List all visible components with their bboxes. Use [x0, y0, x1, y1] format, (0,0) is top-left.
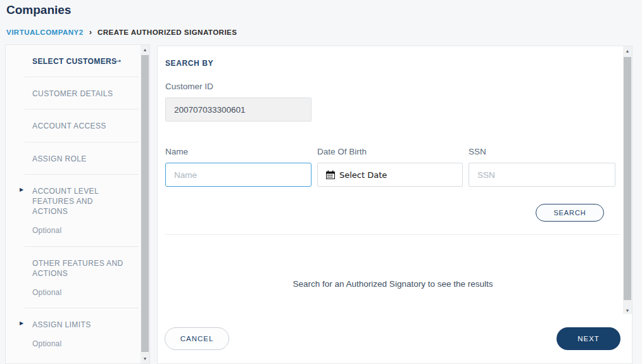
sidebar-scrollbar[interactable]: ▲ ▼ — [141, 45, 149, 363]
results-scrollbar-thumb[interactable] — [624, 57, 631, 300]
expand-triangle-icon[interactable]: ▶ — [20, 320, 24, 327]
sidebar-item-assign-limits[interactable]: ▶ ASSIGN LIMITS Optional — [6, 308, 141, 360]
next-button[interactable]: NEXT — [557, 327, 620, 350]
sidebar-item-optional-tag: Optional — [32, 225, 132, 235]
breadcrumb: VIRTUALCOMPANY2 › CREATE AUTHORIZED SIGN… — [6, 28, 237, 36]
search-button[interactable]: SEARCH — [536, 204, 604, 222]
sidebar-item-account-access[interactable]: ACCOUNT ACCESS — [6, 110, 141, 142]
sidebar-item-optional-tag: Optional — [32, 339, 132, 349]
search-button-row: SEARCH — [165, 204, 607, 222]
search-fields-row: Name Date Of Birth — [165, 147, 607, 187]
scroll-up-icon[interactable]: ▲ — [623, 46, 632, 56]
customer-id-block: Customer ID — [165, 82, 607, 122]
companies-screen: Companies VIRTUALCOMPANY2 › CREATE AUTHO… — [0, 0, 642, 364]
chevron-right-icon: › — [89, 28, 92, 36]
results-divider — [165, 234, 620, 235]
expand-triangle-icon[interactable]: ▶ — [20, 187, 24, 194]
customer-id-label: Customer ID — [165, 82, 607, 91]
date-picker-placeholder: Select Date — [339, 170, 387, 180]
sidebar-item-assign-role[interactable]: ASSIGN ROLE — [6, 142, 141, 175]
dob-field-group: Date Of Birth — [317, 147, 463, 187]
wizard-footer: CANCEL NEXT — [158, 314, 632, 363]
wizard-steps-list: SELECT CUSTOMERS → CUSTOMER DETAILS ACCO… — [6, 45, 141, 363]
sidebar-item-label: CUSTOMER DETAILS — [32, 89, 127, 99]
sidebar-item-account-level-features[interactable]: ▶ ACCOUNT LEVEL FEATURES AND ACTIONS Opt… — [6, 175, 141, 247]
sidebar-item-label: OTHER FEATURES AND ACTIONS — [32, 258, 127, 279]
arrow-right-icon: → — [113, 53, 123, 67]
ssn-field[interactable] — [469, 163, 615, 187]
search-scroll-area: SEARCH BY Customer ID Name Date Of Birth — [158, 46, 632, 316]
sidebar-item-label: ASSIGN ROLE — [32, 154, 127, 164]
date-picker-field[interactable]: Select Date — [317, 163, 463, 187]
search-form: SEARCH BY Customer ID Name Date Of Birth — [158, 46, 632, 289]
results-scrollbar[interactable]: ▲ ▼ — [623, 46, 632, 315]
name-field[interactable] — [165, 163, 312, 187]
customer-id-field — [165, 97, 312, 122]
sidebar-item-label: ACCOUNT ACCESS — [32, 121, 127, 131]
create-signatories-panel: SEARCH BY Customer ID Name Date Of Birth — [157, 46, 633, 364]
wizard-steps-sidebar: SELECT CUSTOMERS → CUSTOMER DETAILS ACCO… — [5, 44, 150, 364]
name-field-group: Name — [165, 147, 312, 187]
ssn-field-group: SSN — [469, 147, 615, 187]
breadcrumb-current: CREATE AUTHORIZED SIGNATORIES — [98, 28, 237, 36]
sidebar-item-optional-tag: Optional — [32, 287, 132, 298]
scroll-up-icon[interactable]: ▲ — [141, 45, 149, 54]
cancel-button[interactable]: CANCEL — [165, 327, 229, 350]
dob-label: Date Of Birth — [317, 147, 463, 156]
search-by-heading: SEARCH BY — [165, 59, 607, 68]
scroll-down-icon[interactable]: ▼ — [141, 354, 149, 363]
sidebar-scrollbar-thumb[interactable] — [141, 55, 149, 352]
sidebar-item-other-features[interactable]: OTHER FEATURES AND ACTIONS Optional — [6, 247, 141, 309]
ssn-label: SSN — [469, 147, 615, 156]
calendar-icon — [326, 170, 335, 179]
breadcrumb-company-link[interactable]: VIRTUALCOMPANY2 — [6, 28, 84, 36]
sidebar-item-label: ACCOUNT LEVEL FEATURES AND ACTIONS — [32, 186, 127, 217]
sidebar-item-label: ASSIGN LIMITS — [32, 320, 127, 330]
sidebar-item-customer-details[interactable]: CUSTOMER DETAILS — [6, 77, 141, 110]
page-title: Companies — [6, 3, 71, 17]
name-label: Name — [165, 147, 312, 156]
empty-results-message: Search for an Authorized Signatory to se… — [165, 279, 620, 289]
sidebar-item-select-customers[interactable]: SELECT CUSTOMERS → — [6, 45, 141, 77]
